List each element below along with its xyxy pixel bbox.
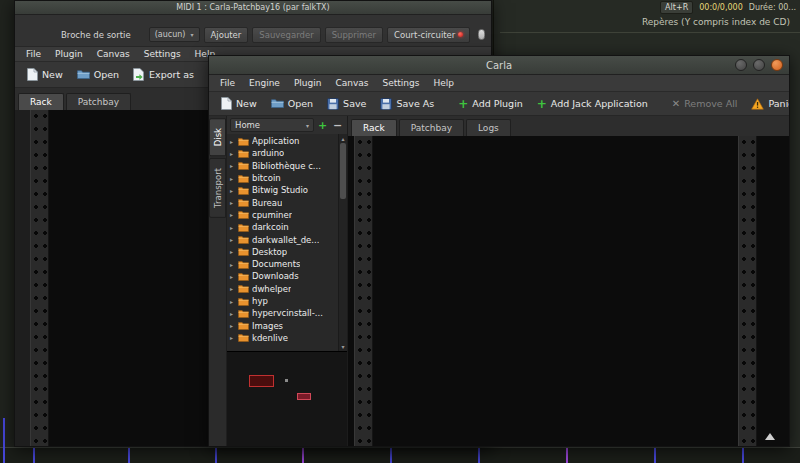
menu-item[interactable]: File	[213, 76, 242, 90]
maximize-button[interactable]	[753, 59, 765, 71]
save-as-button[interactable]: Save As	[374, 95, 440, 113]
menu-item[interactable]: Plugin	[287, 76, 329, 90]
new-button[interactable]: New	[21, 65, 69, 84]
remove-all-button[interactable]: ✕ Remove All	[666, 95, 744, 112]
add-preset-button[interactable]: Ajouter	[204, 27, 249, 43]
folder-row[interactable]: Images	[227, 319, 347, 331]
plugin-host-strip: Broche de sortie (aucun) ▾ Ajouter Sauve…	[15, 15, 491, 47]
folder-row[interactable]: cpuminer	[227, 209, 347, 221]
plus-icon: +	[537, 99, 547, 109]
export-as-button[interactable]: Export as	[127, 65, 200, 84]
view-tab[interactable]: Logs	[466, 119, 511, 136]
folder-name: Documents	[252, 259, 300, 269]
carla-title: Carla	[486, 60, 512, 71]
rack-rail-left	[354, 136, 373, 446]
folder-row[interactable]: hyp	[227, 295, 347, 307]
folder-name: hyp	[252, 296, 268, 306]
folder-row[interactable]: Bureau	[227, 196, 347, 208]
folder-icon	[238, 235, 249, 244]
shortcut-chip[interactable]: Alt+R	[660, 1, 693, 14]
folder-row[interactable]: hypervcinstall-...	[227, 307, 347, 319]
panic-button[interactable]: Panic	[745, 95, 790, 113]
menu-item[interactable]: Settings	[137, 47, 188, 61]
carla-body: DiskTransport Home ▾ + −	[209, 116, 789, 446]
save-as-label: Save As	[396, 98, 434, 109]
remove-location-button[interactable]: −	[331, 119, 344, 132]
menu-item[interactable]: Canvas	[328, 76, 375, 90]
side-tab[interactable]: Disk	[209, 118, 226, 156]
location-combobox[interactable]: Home ▾	[230, 118, 314, 132]
menu-item[interactable]: Help	[426, 76, 461, 90]
plus-icon: +	[318, 119, 327, 132]
scrollbar-thumb[interactable]	[340, 143, 346, 199]
view-tab[interactable]: Patchbay	[399, 119, 464, 136]
minus-icon: −	[333, 119, 342, 132]
folder-row[interactable]: darkwallet_de...	[227, 233, 347, 245]
bypass-button[interactable]: Court-circuiter	[387, 27, 470, 43]
open-button[interactable]: Open	[71, 66, 125, 83]
view-tab[interactable]: Rack	[18, 93, 64, 110]
menu-item[interactable]: Engine	[242, 76, 287, 90]
open-label: Open	[94, 69, 119, 80]
dry-wet-slider[interactable]	[478, 29, 485, 40]
timeline-marker	[478, 448, 480, 463]
menu-item[interactable]: File	[19, 47, 48, 61]
expand-arrow-icon	[230, 310, 235, 317]
midi-window-titlebar[interactable]: MIDI 1 : Carla-Patchbay16 (par falkTX)	[15, 1, 491, 15]
open-button[interactable]: Open	[265, 95, 319, 112]
menu-item[interactable]: Plugin	[48, 47, 90, 61]
folder-icon	[238, 260, 249, 269]
side-tab[interactable]: Transport	[209, 158, 226, 218]
view-tab[interactable]: Rack	[351, 119, 397, 136]
folder-name: Downloads	[252, 271, 299, 281]
patchbay-minimap[interactable]	[227, 351, 347, 446]
view-tab[interactable]: Patchbay	[66, 93, 131, 110]
folder-name: Bitwig Studio	[252, 185, 308, 195]
menu-item[interactable]: Canvas	[90, 47, 137, 61]
timeline-marker	[566, 448, 568, 463]
minimize-button[interactable]	[735, 59, 747, 71]
expand-arrow-icon	[230, 224, 235, 231]
add-plugin-button[interactable]: + Add Plugin	[452, 95, 529, 112]
folder-icon	[238, 333, 249, 342]
folder-icon	[238, 247, 249, 256]
folder-row[interactable]: kdenlive	[227, 332, 347, 344]
scroll-down-icon[interactable]	[339, 343, 347, 350]
delete-preset-button[interactable]: Supprimer	[325, 27, 383, 43]
save-button[interactable]: Save	[321, 95, 372, 113]
new-file-icon	[27, 68, 38, 81]
scrollbar[interactable]	[338, 134, 347, 351]
panic-warning-icon	[751, 98, 764, 110]
scroll-up-icon[interactable]	[339, 135, 347, 142]
remove-icon: ✕	[672, 98, 680, 109]
save-floppy-icon	[327, 98, 339, 110]
rack-rail-left	[30, 110, 49, 446]
preset-value: (aucun)	[155, 30, 186, 39]
menu-item[interactable]: Settings	[376, 76, 427, 90]
folder-row[interactable]: Downloads	[227, 270, 347, 282]
carla-titlebar[interactable]: Carla	[209, 56, 789, 75]
new-button[interactable]: New	[215, 94, 263, 113]
add-location-button[interactable]: +	[316, 119, 329, 132]
folder-row[interactable]: Bibliothèque c...	[227, 160, 347, 172]
folder-row[interactable]: Documents	[227, 258, 347, 270]
folder-row[interactable]: arduino	[227, 147, 347, 159]
folder-name: kdenlive	[252, 333, 288, 343]
folder-row[interactable]: Application	[227, 135, 347, 147]
canvas-corner-arrow-icon	[765, 433, 775, 440]
save-label: Save	[343, 98, 366, 109]
preset-combobox[interactable]: (aucun) ▾	[149, 27, 200, 42]
expand-arrow-icon	[230, 248, 235, 255]
folder-row[interactable]: Desktop	[227, 246, 347, 258]
folder-row[interactable]: bitcoin	[227, 172, 347, 184]
folder-name: Application	[252, 136, 300, 146]
add-jack-application-button[interactable]: + Add Jack Application	[531, 95, 654, 112]
folder-name: Bureau	[252, 198, 282, 208]
folder-icon	[238, 297, 249, 306]
save-preset-button[interactable]: Sauvegarder	[252, 27, 320, 43]
folder-row[interactable]: dwhelper	[227, 283, 347, 295]
rack-gutter	[15, 110, 30, 446]
folder-row[interactable]: darkcoin	[227, 221, 347, 233]
folder-row[interactable]: Bitwig Studio	[227, 184, 347, 196]
close-button[interactable]	[771, 59, 783, 71]
